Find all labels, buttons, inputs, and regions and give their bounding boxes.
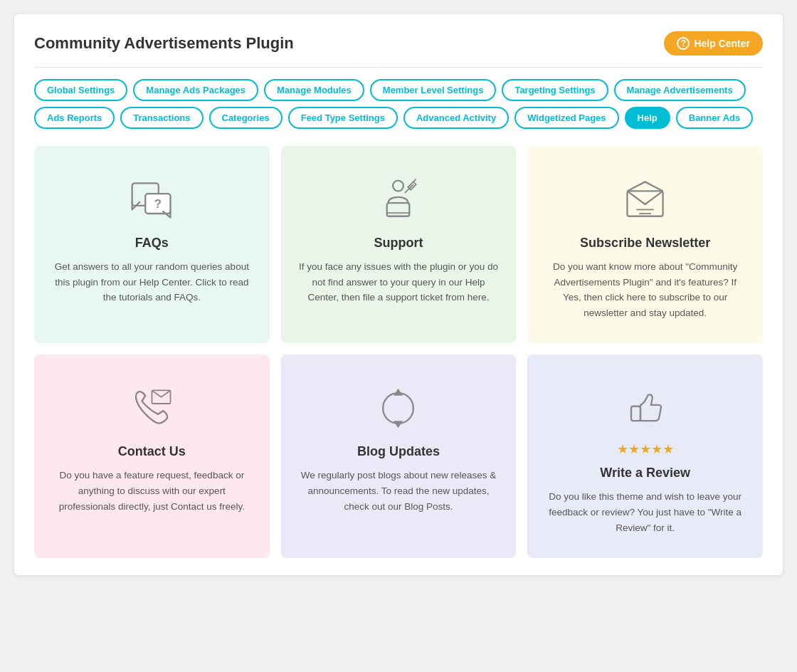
faq-icon: ? — [127, 174, 176, 224]
tab-advanced-activity[interactable]: Advanced Activity — [403, 107, 509, 129]
tab-manage-modules[interactable]: Manage Modules — [264, 79, 364, 101]
help-center-button[interactable]: ? Help Center — [664, 31, 763, 56]
tab-widgetized-pages[interactable]: Widgetized Pages — [514, 107, 618, 129]
blog-desc: We regularly post blogs about new releas… — [298, 468, 500, 514]
review-stars: ★★★★★ — [617, 441, 674, 457]
svg-rect-4 — [387, 203, 410, 216]
cards-grid: ? FAQs Get answers to all your random qu… — [34, 146, 763, 558]
header-divider — [34, 67, 763, 68]
header: Community Advertisements Plugin ? Help C… — [34, 31, 763, 56]
main-container: Community Advertisements Plugin ? Help C… — [14, 14, 783, 575]
contact-title: Contact Us — [118, 444, 186, 459]
blog-title: Blog Updates — [357, 444, 440, 459]
support-desc: If you face any issues with the plugin o… — [298, 259, 500, 305]
card-review[interactable]: ★★★★★ Write a Review Do you like this th… — [527, 355, 763, 558]
tab-feed-type-settings[interactable]: Feed Type Settings — [288, 107, 398, 129]
review-desc: Do you like this theme and wish to leave… — [544, 489, 746, 535]
tab-transactions[interactable]: Transactions — [120, 107, 203, 129]
newsletter-title: Subscribe Newsletter — [580, 236, 710, 251]
tab-manage-ads-packages[interactable]: Manage Ads Packages — [133, 79, 258, 101]
contact-desc: Do you have a feature request, feedback … — [51, 468, 253, 514]
tab-ads-reports[interactable]: Ads Reports — [34, 107, 115, 129]
tab-member-level-settings[interactable]: Member Level Settings — [370, 79, 497, 101]
support-title: Support — [374, 236, 423, 251]
review-icon — [621, 383, 670, 433]
nav-tabs: Global Settings Manage Ads Packages Mana… — [34, 79, 763, 129]
contact-icon — [127, 383, 176, 433]
question-circle-icon: ? — [677, 37, 690, 50]
support-icon — [374, 174, 423, 224]
svg-text:?: ? — [154, 196, 162, 210]
help-center-label: Help Center — [694, 38, 750, 49]
card-support[interactable]: Support If you face any issues with the … — [281, 146, 517, 343]
card-blog[interactable]: Blog Updates We regularly post blogs abo… — [281, 355, 517, 558]
tab-categories[interactable]: Categories — [209, 107, 283, 129]
faqs-title: FAQs — [135, 236, 169, 251]
newsletter-desc: Do you want know more about "Community A… — [544, 259, 746, 320]
newsletter-icon — [621, 174, 670, 224]
card-faqs[interactable]: ? FAQs Get answers to all your random qu… — [34, 146, 270, 343]
svg-marker-11 — [394, 389, 403, 396]
blog-icon — [374, 383, 423, 433]
card-contact[interactable]: Contact Us Do you have a feature request… — [34, 355, 270, 558]
faqs-desc: Get answers to all your random queries a… — [51, 259, 253, 305]
page-title: Community Advertisements Plugin — [34, 34, 294, 53]
svg-marker-12 — [394, 421, 403, 428]
tab-manage-advertisements[interactable]: Manage Advertisements — [614, 79, 746, 101]
tab-global-settings[interactable]: Global Settings — [34, 79, 127, 101]
tab-banner-ads[interactable]: Banner Ads — [676, 107, 753, 129]
svg-rect-13 — [631, 406, 640, 421]
tab-help[interactable]: Help — [625, 107, 670, 129]
svg-point-3 — [394, 180, 404, 191]
review-title: Write a Review — [600, 466, 690, 481]
card-newsletter[interactable]: Subscribe Newsletter Do you want know mo… — [527, 146, 763, 343]
tab-targeting-settings[interactable]: Targeting Settings — [502, 79, 608, 101]
